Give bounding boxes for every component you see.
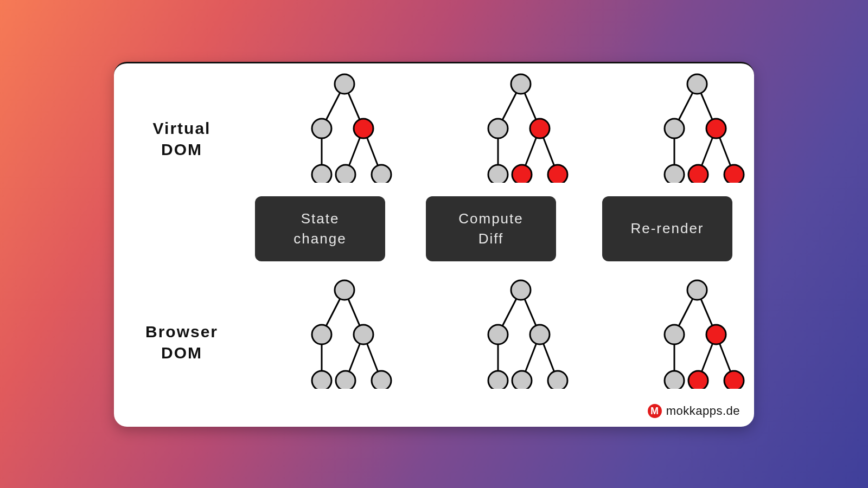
svg-line-58	[702, 343, 713, 371]
label-virtual-line2: DOM	[161, 140, 202, 158]
svg-point-8	[312, 165, 331, 183]
svg-line-36	[349, 343, 360, 371]
svg-line-44	[502, 299, 516, 326]
svg-line-3	[349, 137, 360, 165]
svg-line-14	[526, 137, 537, 165]
svg-point-42	[336, 371, 355, 389]
svg-point-39	[312, 325, 331, 344]
label-browser-line1: Browser	[145, 323, 218, 341]
svg-point-16	[511, 74, 531, 94]
svg-point-19	[488, 165, 508, 183]
svg-point-21	[548, 165, 567, 183]
svg-line-45	[525, 299, 536, 325]
svg-point-10	[372, 165, 391, 183]
svg-line-34	[348, 299, 360, 325]
svg-line-0	[326, 93, 340, 120]
svg-line-25	[702, 137, 713, 165]
tree-virtual-3	[648, 69, 746, 183]
svg-point-28	[665, 119, 684, 138]
svg-point-61	[665, 325, 684, 344]
svg-line-33	[326, 299, 340, 326]
svg-point-54	[548, 371, 567, 389]
attribution-text: mokkapps.de	[666, 404, 740, 418]
svg-point-40	[354, 325, 373, 344]
svg-point-17	[488, 119, 508, 138]
svg-point-53	[512, 371, 532, 389]
svg-point-7	[354, 119, 373, 138]
svg-line-22	[679, 93, 693, 120]
svg-line-1	[348, 93, 360, 119]
svg-point-31	[688, 165, 708, 183]
svg-point-49	[511, 280, 531, 300]
diagram-card: Virtual DOM Browser DOM	[114, 62, 754, 427]
tree-browser-1	[296, 275, 393, 389]
svg-line-56	[701, 299, 712, 325]
tree-virtual-1	[296, 69, 393, 183]
mokkapps-logo-icon: M	[648, 404, 662, 418]
label-browser-dom: Browser DOM	[114, 321, 250, 363]
svg-point-62	[706, 325, 726, 344]
svg-point-27	[687, 74, 707, 94]
svg-line-11	[502, 93, 516, 120]
svg-point-9	[336, 165, 355, 183]
svg-point-52	[488, 371, 508, 389]
svg-line-23	[701, 93, 712, 119]
label-browser-line2: DOM	[161, 344, 202, 362]
attribution: M mokkapps.de	[648, 404, 740, 418]
svg-line-59	[720, 343, 731, 371]
gradient-background: Virtual DOM Browser DOM	[0, 0, 868, 488]
svg-point-41	[312, 371, 331, 389]
svg-point-32	[724, 165, 744, 183]
svg-line-12	[525, 93, 536, 119]
step-state-change: State change	[255, 196, 385, 261]
step-re-render: Re-render	[602, 196, 732, 261]
svg-line-55	[679, 299, 693, 326]
svg-point-29	[706, 119, 726, 138]
svg-point-18	[530, 119, 550, 138]
label-virtual-line1: Virtual	[153, 119, 211, 137]
svg-line-48	[544, 343, 554, 371]
tree-browser-2	[472, 275, 570, 389]
tree-virtual-2	[472, 69, 570, 183]
svg-point-50	[488, 325, 508, 344]
tree-browser-3	[648, 275, 746, 389]
svg-line-26	[720, 137, 731, 165]
step-compute-diff: Compute Diff	[426, 196, 556, 261]
label-virtual-dom: Virtual DOM	[114, 118, 250, 160]
svg-point-43	[372, 371, 391, 389]
svg-line-37	[367, 343, 378, 371]
svg-point-5	[335, 74, 354, 94]
svg-point-20	[512, 165, 532, 183]
svg-point-38	[335, 280, 354, 300]
svg-point-63	[665, 371, 684, 389]
svg-point-64	[688, 371, 708, 389]
svg-point-6	[312, 119, 331, 138]
svg-line-4	[367, 137, 378, 165]
logo-letter: M	[650, 406, 659, 416]
svg-point-60	[687, 280, 707, 300]
svg-point-30	[665, 165, 684, 183]
svg-point-51	[530, 325, 550, 344]
svg-line-47	[526, 343, 537, 371]
svg-point-65	[724, 371, 744, 389]
svg-line-15	[544, 137, 554, 165]
